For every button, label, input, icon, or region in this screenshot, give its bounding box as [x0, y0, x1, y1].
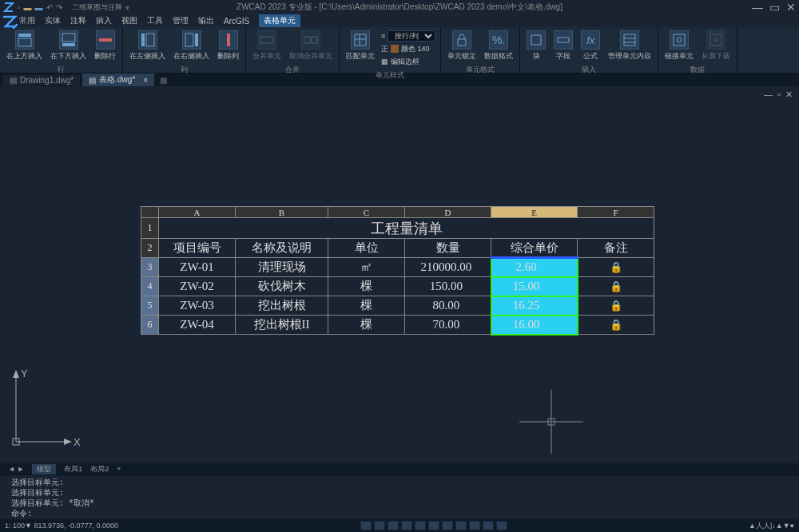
table-cell[interactable]: 清理现场: [236, 258, 328, 277]
table-cell[interactable]: ZW-04: [159, 316, 236, 335]
link-cell-button[interactable]: 链接单元: [662, 29, 697, 63]
table-cell[interactable]: 150.00: [405, 277, 491, 296]
table-cell[interactable]: 挖出树根II: [236, 316, 328, 335]
table-cell[interactable]: 棵: [328, 316, 405, 335]
col-header-a[interactable]: A: [159, 207, 236, 218]
menu-manage[interactable]: 管理: [173, 15, 189, 26]
minimize-button[interactable]: —: [752, 1, 763, 14]
file-tab-table[interactable]: ▤表格.dwg*×: [82, 73, 155, 86]
tab-add[interactable]: +: [117, 465, 121, 473]
table-header[interactable]: 项目编号: [159, 239, 236, 258]
table-cell[interactable]: 🔒: [578, 277, 654, 296]
table-cell[interactable]: 🔒: [578, 316, 654, 335]
col-header-b[interactable]: B: [236, 207, 328, 218]
align-icon[interactable]: 正: [381, 44, 388, 54]
snap-toggle[interactable]: [360, 521, 372, 530]
table-header[interactable]: 综合单价: [491, 239, 578, 258]
cell-lock-button[interactable]: 单元锁定: [444, 29, 479, 63]
data-format-button[interactable]: %.数据格式: [481, 29, 516, 63]
menu-annotate[interactable]: 注释: [70, 15, 86, 26]
osnap-toggle[interactable]: [415, 521, 426, 530]
unmerge-cells-button[interactable]: 取消合并单元: [286, 29, 336, 63]
doc-close-button[interactable]: ✕: [785, 89, 793, 100]
table-cell-selected[interactable]: 16.00: [491, 316, 578, 335]
cad-table[interactable]: A B C D E F 1 工程量清单 2 项目编号 名称及说明 单位 数量 综…: [141, 206, 654, 335]
formula-button[interactable]: fx公式: [578, 29, 603, 63]
table-cell-selected[interactable]: 16.25: [491, 296, 578, 316]
tab-menu-icon[interactable]: ▦: [160, 76, 167, 85]
table-cell[interactable]: 棵: [328, 296, 405, 316]
menu-view[interactable]: 视图: [121, 15, 137, 26]
corner-cell[interactable]: [141, 207, 159, 218]
table-cell[interactable]: 砍伐树木: [236, 277, 328, 296]
download-source-button[interactable]: 从源下载: [698, 29, 733, 63]
row-header-5[interactable]: 5: [141, 296, 159, 316]
row-header-3[interactable]: 3: [141, 258, 159, 277]
manage-content-button[interactable]: 管理单元内容: [605, 29, 654, 63]
delete-col-button[interactable]: 删除列: [214, 29, 242, 63]
doc-restore-button[interactable]: ▫: [777, 89, 781, 100]
extra-toggle[interactable]: [483, 521, 494, 530]
tab-layout2[interactable]: 布局2: [90, 464, 109, 474]
table-cell-selected[interactable]: 2.60: [491, 258, 578, 277]
col-header-e[interactable]: E: [491, 207, 578, 218]
insert-col-right-button[interactable]: 在右侧插入: [170, 29, 213, 63]
model-toggle[interactable]: [469, 521, 480, 530]
menu-tools[interactable]: 工具: [147, 15, 163, 26]
menu-home[interactable]: 常用: [19, 15, 35, 26]
table-cell[interactable]: ZW-03: [159, 296, 236, 316]
row-header-4[interactable]: 4: [141, 277, 159, 296]
table-header[interactable]: 单位: [328, 239, 405, 258]
table-cell[interactable]: ZW-02: [159, 277, 236, 296]
polar-toggle[interactable]: [401, 521, 412, 530]
close-tab-icon[interactable]: ×: [143, 76, 148, 85]
insert-row-above-button[interactable]: 在上方插入: [3, 29, 46, 63]
lwt-toggle[interactable]: [442, 521, 453, 530]
table-header[interactable]: 备注: [578, 239, 654, 258]
menu-output[interactable]: 输出: [198, 15, 214, 26]
table-cell[interactable]: 80.00: [405, 296, 491, 316]
row-col-dropdown[interactable]: 按行/列: [388, 30, 435, 42]
table-cell-selected[interactable]: 15.00: [491, 277, 578, 296]
border-icon[interactable]: ▦: [381, 58, 388, 66]
table-cell[interactable]: 挖出树根: [236, 296, 328, 316]
field-button[interactable]: 字段: [551, 29, 576, 63]
open-icon[interactable]: ▬: [24, 3, 32, 12]
close-button[interactable]: ✕: [786, 1, 796, 14]
table-header[interactable]: 数量: [405, 239, 491, 258]
tab-nav-arrows[interactable]: ◄ ►: [8, 465, 24, 473]
align-icon[interactable]: ≡: [381, 32, 385, 40]
cmd-prompt[interactable]: 命令:: [11, 508, 788, 518]
maximize-button[interactable]: ▭: [769, 1, 780, 14]
table-header[interactable]: 名称及说明: [236, 239, 328, 258]
save-icon[interactable]: ▬: [35, 3, 43, 12]
edit-border-button[interactable]: 编辑边框: [391, 57, 419, 67]
grid-toggle[interactable]: [374, 521, 385, 530]
col-header-d[interactable]: D: [405, 207, 491, 218]
extra2-toggle[interactable]: [496, 521, 507, 530]
match-cell-button[interactable]: 匹配单元: [343, 29, 378, 63]
menu-entity[interactable]: 实体: [45, 15, 61, 26]
row-header-6[interactable]: 6: [141, 316, 159, 335]
table-cell[interactable]: 🔒: [578, 258, 654, 277]
col-header-c[interactable]: C: [328, 207, 405, 218]
status-right[interactable]: ▲人人|↓▲▼●: [749, 521, 794, 531]
file-tab-drawing1[interactable]: ▤Drawing1.dwg*: [3, 75, 81, 85]
drawing-canvas[interactable]: — ▫ ✕ A B C D E F 1 工程量清单 2 项目编号 名称及说明 单…: [0, 86, 799, 463]
redo-icon[interactable]: ↷: [56, 3, 62, 12]
delete-row-button[interactable]: 删除行: [91, 29, 119, 63]
insert-col-left-button[interactable]: 在左侧插入: [126, 29, 169, 63]
new-icon[interactable]: ▫: [18, 3, 21, 12]
ortho-toggle[interactable]: [388, 521, 399, 530]
row-header-2[interactable]: 2: [141, 239, 159, 258]
undo-icon[interactable]: ↶: [46, 3, 53, 12]
dyn-toggle[interactable]: [455, 521, 467, 530]
table-title-cell[interactable]: 工程量清单: [159, 218, 654, 239]
table-cell[interactable]: 210000.00: [405, 258, 491, 277]
block-button[interactable]: 块: [523, 29, 549, 63]
menu-insert[interactable]: 插入: [96, 15, 112, 26]
insert-row-below-button[interactable]: 在下方插入: [47, 29, 89, 63]
menu-arcgis[interactable]: ArcGIS: [224, 17, 249, 26]
command-line[interactable]: 选择目标单元: 选择目标单元: 选择目标单元: *取消* 命令:: [0, 474, 799, 519]
table-cell[interactable]: 🔒: [578, 296, 654, 316]
